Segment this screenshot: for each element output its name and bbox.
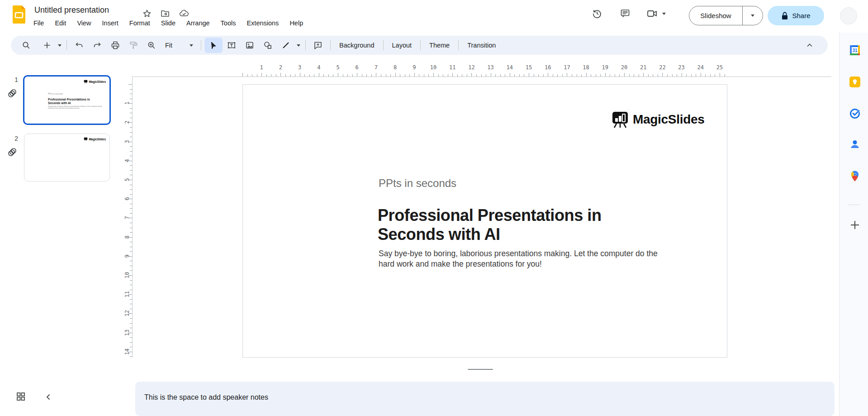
- toolbar-divider: [201, 40, 201, 50]
- slides-logo[interactable]: [12, 5, 26, 24]
- google-contacts-icon[interactable]: [849, 139, 861, 150]
- vertical-ruler-line: [132, 77, 133, 358]
- thumb2-brand-logo: MagicSlides: [84, 137, 106, 141]
- insert-line-tool[interactable]: [277, 38, 295, 53]
- slide-2-number: 2: [8, 135, 18, 142]
- print-icon[interactable]: [106, 38, 124, 53]
- collapse-filmstrip-icon[interactable]: [44, 393, 52, 401]
- undo-icon[interactable]: [70, 38, 88, 53]
- meet-presentation-button[interactable]: [646, 7, 668, 20]
- hide-menus-icon[interactable]: [801, 38, 819, 53]
- transition-button[interactable]: Transition: [462, 39, 501, 52]
- slideshow-dropdown-button[interactable]: [743, 14, 763, 17]
- grid-view-button[interactable]: [15, 391, 26, 402]
- menu-view[interactable]: View: [72, 18, 95, 28]
- slide-thumbnail-1[interactable]: MagicSlides PPts in seconds Professional…: [23, 75, 111, 125]
- toolbar: Fit Background Layout Theme Transition: [11, 36, 828, 55]
- google-slides-app: { "header": { "doc_title": "Untitled pre…: [0, 0, 868, 416]
- chevron-down-icon: [751, 14, 754, 17]
- magicslides-icon: [611, 110, 629, 129]
- notes-resize-handle[interactable]: [468, 369, 493, 370]
- chevron-down-icon[interactable]: [662, 13, 666, 15]
- slide-canvas[interactable]: MagicSlides PPts in seconds Professional…: [242, 84, 727, 358]
- version-history-icon[interactable]: [588, 5, 606, 23]
- layout-button[interactable]: Layout: [387, 39, 417, 52]
- menu-bar: File Edit View Insert Format Slide Arran…: [29, 18, 308, 28]
- horizontal-ruler: 1234567891011121314151617181920212223242…: [242, 63, 727, 77]
- google-keep-icon[interactable]: [849, 76, 861, 88]
- avatar[interactable]: [840, 7, 857, 24]
- vertical-ruler: 1234567891011121314: [123, 84, 132, 358]
- slide-brand-text: MagicSlides: [633, 112, 705, 127]
- zoom-value: Fit: [165, 42, 172, 49]
- theme-button[interactable]: Theme: [424, 39, 455, 52]
- search-menus-icon[interactable]: [17, 38, 35, 53]
- menu-edit[interactable]: Edit: [50, 18, 71, 28]
- slide-2-transition-icon: [7, 147, 18, 158]
- redo-icon[interactable]: [88, 38, 106, 53]
- slide-body-text[interactable]: Say bye-bye to boring, laborious present…: [379, 249, 658, 269]
- comment-history-icon[interactable]: [616, 5, 634, 23]
- google-calendar-icon[interactable]: 31: [849, 44, 861, 56]
- menu-insert[interactable]: Insert: [98, 18, 123, 28]
- new-slide-button[interactable]: [38, 38, 56, 53]
- toolbar-divider: [458, 40, 459, 50]
- google-maps-icon[interactable]: [849, 170, 861, 182]
- select-tool[interactable]: [204, 38, 223, 53]
- thumb1-body: Say bye-bye to boring, laborious present…: [48, 105, 102, 110]
- zoom-in-icon[interactable]: [142, 38, 161, 53]
- zoom-select[interactable]: Fit: [161, 42, 198, 49]
- toolbar-divider: [383, 40, 384, 50]
- toolbar-divider: [305, 40, 306, 50]
- speaker-notes-panel[interactable]: This is the space to add speaker notes: [135, 382, 835, 416]
- slide-1-number: 1: [8, 76, 18, 83]
- line-dropdown-icon[interactable]: [297, 44, 300, 47]
- text-box-tool[interactable]: [223, 38, 241, 53]
- document-title[interactable]: Untitled presentation: [34, 5, 109, 15]
- slideshow-button[interactable]: Slideshow: [689, 12, 742, 19]
- slide-1-transition-icon: [7, 88, 18, 99]
- google-tasks-icon[interactable]: [849, 108, 861, 120]
- paint-format-icon[interactable]: [124, 38, 142, 53]
- insert-image-tool[interactable]: [241, 38, 259, 53]
- background-button[interactable]: Background: [334, 39, 379, 52]
- toolbar-divider: [330, 40, 331, 50]
- share-label: Share: [792, 12, 810, 19]
- menu-tools[interactable]: Tools: [216, 18, 241, 28]
- slide-title-text[interactable]: Professional Presentations in Seconds wi…: [378, 206, 602, 244]
- thumb1-kicker: PPts in seconds: [48, 93, 63, 95]
- menu-format[interactable]: Format: [125, 18, 155, 28]
- insert-shape-tool[interactable]: [259, 38, 277, 53]
- thumb1-brand-logo: MagicSlides: [84, 80, 106, 84]
- menu-file[interactable]: File: [29, 18, 48, 28]
- menu-extensions[interactable]: Extensions: [242, 18, 283, 28]
- svg-text:31: 31: [852, 48, 858, 53]
- slideshow-button-group: Slideshow: [689, 6, 763, 25]
- lock-icon: [781, 12, 788, 20]
- horizontal-ruler-line: [132, 77, 831, 77]
- menu-help[interactable]: Help: [285, 18, 308, 28]
- slide-brand-logo[interactable]: MagicSlides: [611, 110, 705, 129]
- slide-thumbnail-2[interactable]: MagicSlides: [24, 134, 110, 182]
- new-slide-dropdown-icon[interactable]: [58, 44, 62, 47]
- thumb1-title: Professional Presentations inSeconds wit…: [48, 98, 90, 105]
- menu-slide[interactable]: Slide: [157, 18, 180, 28]
- side-panel-rail: 31: [839, 33, 868, 416]
- menu-arrange[interactable]: Arrange: [182, 18, 214, 28]
- video-camera-icon: [646, 7, 659, 20]
- share-button[interactable]: Share: [768, 6, 824, 25]
- speaker-notes-text[interactable]: This is the space to add speaker notes: [144, 393, 268, 402]
- rail-divider: [848, 205, 860, 205]
- toolbar-divider: [420, 40, 421, 50]
- get-addons-icon[interactable]: [849, 219, 861, 231]
- chevron-down-icon: [190, 44, 193, 47]
- insert-comment-tool[interactable]: [309, 38, 327, 53]
- slide-kicker-text[interactable]: PPts in seconds: [379, 177, 456, 190]
- toolbar-divider: [66, 40, 67, 50]
